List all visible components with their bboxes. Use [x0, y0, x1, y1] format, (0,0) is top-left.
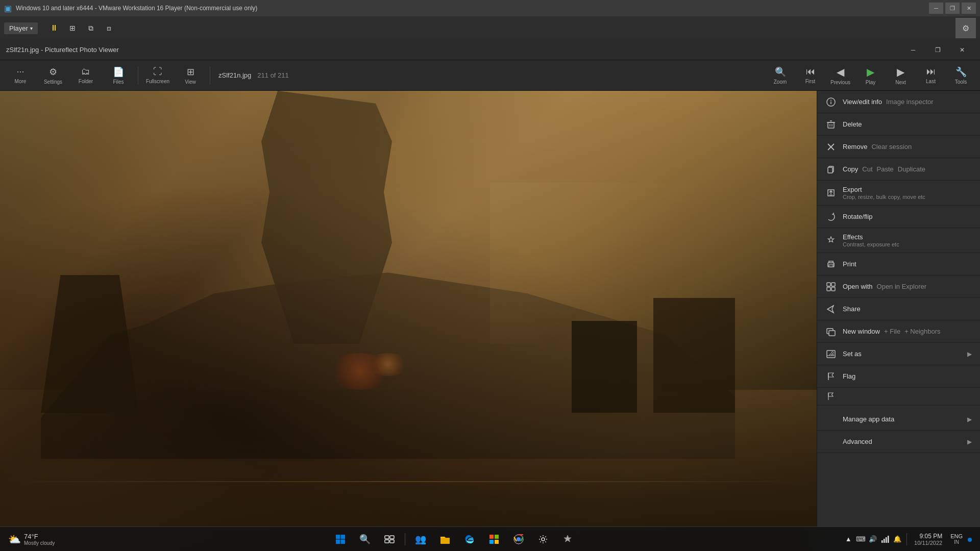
- menu-new-window[interactable]: New window + File + Neighbors: [817, 320, 980, 343]
- player-label: Player: [9, 24, 28, 32]
- svg-rect-41: [881, 540, 883, 543]
- menu-flag[interactable]: Flag: [817, 365, 980, 388]
- svg-rect-19: [831, 287, 835, 291]
- language-indicator[interactable]: ENG IN: [947, 533, 966, 545]
- menu-manage-app-data[interactable]: Manage app data ▶: [817, 408, 980, 431]
- search-button[interactable]: 🔍: [354, 529, 376, 549]
- toolbar-folder[interactable]: 🗂 Folder: [70, 63, 101, 88]
- notification-bell[interactable]: 🔔: [892, 534, 902, 544]
- toolbar-first[interactable]: ⏮ First: [796, 63, 824, 88]
- toolbar-fullscreen[interactable]: ⛶ Fullscreen: [142, 63, 173, 88]
- vmware-gear[interactable]: ⚙: [955, 18, 976, 38]
- vmware-minimize-button[interactable]: ─: [929, 3, 943, 14]
- export-icon: [825, 187, 837, 198]
- view-icon: ⊞: [187, 66, 194, 78]
- pause-button[interactable]: ⏸: [46, 21, 62, 35]
- advanced-arrow: ▶: [967, 438, 972, 445]
- app-minimize-button[interactable]: ─: [901, 42, 925, 58]
- toolbar-previous[interactable]: ◀ Previous: [826, 63, 854, 88]
- image-area[interactable]: [0, 91, 817, 551]
- edge-button[interactable]: [458, 529, 481, 549]
- stars-icon: [562, 534, 573, 544]
- vmware-restore-button[interactable]: ❐: [945, 3, 960, 14]
- clock[interactable]: 9:05 PM 10/11/2022: [911, 533, 945, 546]
- menu-remove[interactable]: Remove Clear session: [817, 136, 980, 158]
- toolbar-tools[interactable]: 🔧 Tools: [947, 63, 975, 88]
- vmware-icon: ▣: [4, 4, 12, 13]
- chrome-button[interactable]: [507, 529, 530, 549]
- teams-button[interactable]: 👥: [409, 529, 432, 549]
- print-icon: [825, 259, 837, 270]
- menu-advanced[interactable]: Advanced ▶: [817, 431, 980, 453]
- toolbar-more[interactable]: ··· More: [5, 63, 36, 88]
- task-view-button[interactable]: [378, 529, 401, 549]
- app-close-button[interactable]: ✕: [950, 42, 974, 58]
- menu-copy-cut-paste[interactable]: Copy Cut Paste Duplicate: [817, 158, 980, 181]
- first-icon: ⏮: [806, 66, 815, 77]
- svg-point-2: [830, 99, 831, 101]
- vm-ctrl-3[interactable]: ⧈: [101, 21, 117, 35]
- export-text: Export Crop, resize, bulk copy, move etc: [843, 186, 972, 200]
- menu-view-edit-info[interactable]: View/edit info Image inspector: [817, 91, 980, 113]
- volume-icon[interactable]: 🔊: [868, 534, 878, 544]
- effects-icon: [825, 235, 837, 246]
- network-icon[interactable]: [880, 534, 890, 544]
- file-explorer-button[interactable]: [434, 529, 456, 549]
- menu-effects[interactable]: Effects Contrast, exposure etc: [817, 228, 980, 253]
- svg-rect-14: [829, 265, 833, 267]
- ms-store-button[interactable]: [483, 529, 505, 549]
- taskbar-weather[interactable]: ⛅ 74°F Mostly cloudy: [4, 533, 59, 546]
- menu-divider-1: [817, 407, 980, 407]
- vm-ctrl-1[interactable]: ⊞: [64, 21, 81, 35]
- set-as-label: Set as: [843, 350, 961, 358]
- network-signal-icon: [881, 535, 889, 543]
- open-with-row: Open with Open in Explorer: [843, 283, 972, 290]
- folder-label: Folder: [79, 79, 93, 84]
- player-button[interactable]: Player ▾: [4, 22, 38, 34]
- first-label: First: [805, 79, 815, 84]
- svg-rect-18: [827, 287, 830, 291]
- menu-delete[interactable]: Delete: [817, 113, 980, 136]
- vm-ctrl-2[interactable]: ⧉: [83, 21, 99, 35]
- context-menu-panel: View/edit info Image inspector Delete: [817, 91, 980, 551]
- system-settings-button[interactable]: [532, 529, 554, 549]
- open-with-label: Open with: [843, 283, 873, 290]
- toolbar-next[interactable]: ▶ Next: [887, 63, 915, 88]
- menu-flag2[interactable]: [817, 388, 980, 406]
- special-app-button[interactable]: [556, 529, 579, 549]
- duplicate-label: Duplicate: [898, 165, 925, 173]
- toolbar-play[interactable]: ▶ Play: [856, 63, 885, 88]
- view-label: View: [185, 79, 196, 85]
- menu-open-with[interactable]: Open with Open in Explorer: [817, 276, 980, 298]
- rotate-flip-label: Rotate/flip: [843, 213, 873, 220]
- start-button[interactable]: [329, 529, 352, 549]
- remove-label: Remove: [843, 143, 867, 151]
- flag-label: Flag: [843, 372, 855, 380]
- zoom-icon: 🔍: [775, 66, 786, 78]
- more-icon: ···: [16, 66, 24, 77]
- vmware-toolbar: Player ▾ ⏸ ⊞ ⧉ ⧈ ⚙: [0, 16, 980, 40]
- next-icon: ▶: [897, 66, 904, 78]
- tools-icon: 🔧: [955, 66, 967, 78]
- tray-expand-button[interactable]: ▲: [843, 534, 853, 544]
- menu-print[interactable]: Print: [817, 253, 980, 276]
- svg-rect-21: [829, 331, 835, 336]
- menu-set-as[interactable]: Set as ▶: [817, 343, 980, 365]
- menu-export[interactable]: Export Crop, resize, bulk copy, move etc: [817, 181, 980, 206]
- app-restore-button[interactable]: ❐: [926, 42, 949, 58]
- delete-icon: [825, 119, 837, 130]
- toolbar-view[interactable]: ⊞ View: [175, 63, 206, 88]
- toolbar-last[interactable]: ⏭ Last: [917, 63, 945, 88]
- tools-label: Tools: [955, 79, 967, 85]
- svg-rect-32: [385, 540, 389, 543]
- svg-rect-16: [827, 283, 830, 286]
- vmware-close-button[interactable]: ✕: [962, 3, 976, 14]
- toolbar-zoom[interactable]: 🔍 Zoom: [766, 63, 794, 88]
- weather-desc: Mostly cloudy: [24, 540, 55, 546]
- menu-rotate-flip[interactable]: Rotate/flip: [817, 206, 980, 228]
- toolbar-settings[interactable]: ⚙ Settings: [38, 63, 68, 88]
- menu-share[interactable]: Share: [817, 298, 980, 320]
- app-title-controls: ─ ❐ ✕: [901, 42, 974, 58]
- keyboard-icon[interactable]: ⌨: [855, 534, 866, 544]
- toolbar-files[interactable]: 📄 Files: [103, 63, 134, 88]
